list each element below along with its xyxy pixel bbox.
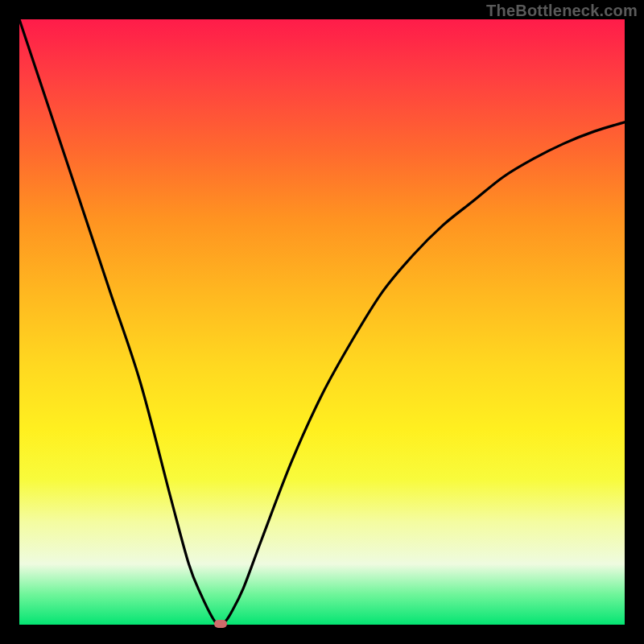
curve-path (19, 19, 625, 625)
watermark-text: TheBottleneck.com (486, 2, 638, 20)
chart-frame: TheBottleneck.com (0, 0, 644, 644)
bottleneck-curve (19, 19, 625, 625)
plot-area (19, 19, 625, 625)
optimum-marker (214, 620, 227, 628)
